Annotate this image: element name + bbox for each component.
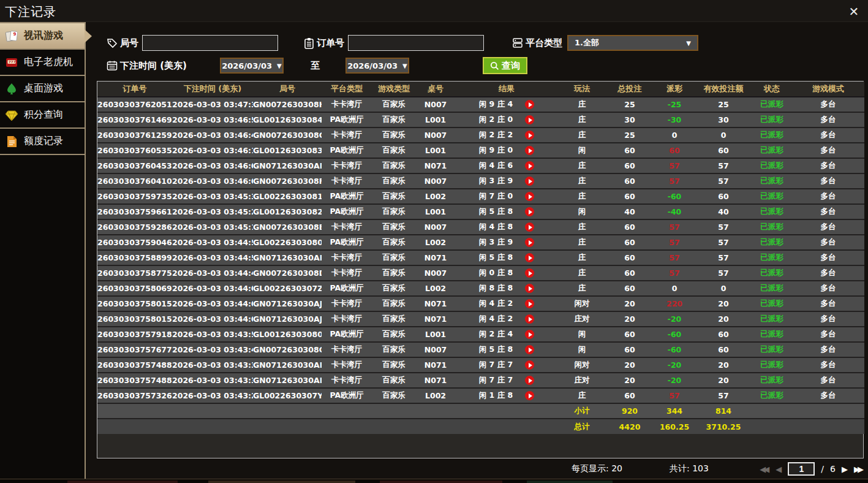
sidebar-item-3[interactable]: 桌面游戏 bbox=[0, 76, 85, 102]
cell-game-no: GN0072630308F bbox=[253, 173, 322, 189]
cell-total-bet: 60 bbox=[606, 219, 654, 235]
chevron-down-icon: ▼ bbox=[686, 40, 691, 47]
cell-valid-bet: 30 bbox=[695, 112, 752, 127]
cell-platform-type: PA欧洲厅 bbox=[322, 204, 372, 219]
cell-play-type: 庄 bbox=[558, 112, 606, 127]
table-body: 2603030376205192026-03-03 03:47:31GN0072… bbox=[97, 97, 864, 403]
cell-game-type: 百家乐 bbox=[372, 311, 416, 327]
replay-video-icon[interactable] bbox=[525, 146, 534, 155]
replay-video-icon[interactable] bbox=[525, 161, 534, 170]
result-text: 闲 4 庄 2 bbox=[479, 314, 513, 324]
sidebar-item-label: 视讯游戏 bbox=[24, 29, 63, 42]
close-icon[interactable]: ✕ bbox=[846, 4, 862, 20]
sidebar-item-label: 电子老虎机 bbox=[24, 56, 73, 69]
table-row: 2603030376146982026-03-03 03:46:59GL0012… bbox=[97, 112, 864, 127]
cell-total-bet: 40 bbox=[606, 204, 654, 219]
cell-total-bet: 30 bbox=[606, 112, 654, 127]
cell-play-type: 闲对 bbox=[558, 357, 606, 373]
cell-table-no: L002 bbox=[416, 189, 455, 204]
cell-game-mode: 多台 bbox=[792, 143, 864, 158]
date-from-select[interactable]: 2026/03/03 ▼ bbox=[220, 58, 284, 74]
page-number-input[interactable] bbox=[788, 462, 815, 476]
cell-table-no: L001 bbox=[416, 143, 455, 158]
result-text: 闲 7 庄 7 bbox=[479, 375, 513, 386]
sidebar-item-4[interactable]: 积分查询 bbox=[0, 102, 85, 129]
replay-video-icon[interactable] bbox=[525, 330, 534, 339]
search-button[interactable]: 查询 bbox=[483, 57, 527, 74]
game-no-input[interactable] bbox=[142, 35, 278, 51]
sidebar-item-label: 积分查询 bbox=[24, 108, 63, 121]
replay-video-icon[interactable] bbox=[525, 314, 534, 324]
replay-video-icon[interactable] bbox=[525, 391, 534, 400]
sidebar-item-2[interactable]: 777电子老虎机 bbox=[0, 50, 85, 76]
cell-play-type: 庄 bbox=[558, 173, 606, 189]
next-page-icon[interactable]: ▶ bbox=[842, 465, 848, 474]
cell-bet-time: 2026-03-03 03:43:59 bbox=[172, 327, 253, 342]
column-header: 下注时间 (美东) bbox=[172, 82, 253, 97]
background-app-strip bbox=[0, 479, 868, 483]
page-size-text: 每页显示: 20 bbox=[572, 463, 622, 474]
cell-result: 闲 7 庄 7 bbox=[455, 357, 558, 373]
replay-video-icon[interactable] bbox=[525, 131, 534, 140]
grand-total-payout: 160.25 bbox=[654, 419, 695, 434]
cell-payout: -40 bbox=[654, 204, 695, 219]
cell-bet-time: 2026-03-03 03:45:27 bbox=[172, 204, 253, 219]
cell-table-no: N007 bbox=[416, 97, 455, 112]
sidebar-item-5[interactable]: 额度记录 bbox=[0, 129, 85, 155]
cell-game-mode: 多台 bbox=[792, 204, 864, 219]
sidebar-item-1[interactable]: 9视讯游戏 bbox=[0, 23, 85, 50]
cell-platform-type: 卡卡湾厅 bbox=[322, 97, 372, 112]
result-text: 闲 5 庄 8 bbox=[479, 207, 513, 217]
replay-video-icon[interactable] bbox=[525, 299, 534, 308]
order-no-input[interactable] bbox=[348, 35, 484, 51]
cell-platform-type: 卡卡湾厅 bbox=[322, 250, 372, 265]
first-page-icon[interactable]: ◀◀ bbox=[760, 465, 769, 474]
cell-result: 闲 2 庄 2 bbox=[455, 127, 558, 143]
cell-game-no: GL00126303082 bbox=[253, 204, 322, 219]
cell-result: 闲 2 庄 0 bbox=[455, 112, 558, 127]
cell-game-no: GN071263030AM bbox=[253, 158, 322, 173]
cell-play-type: 闲 bbox=[558, 143, 606, 158]
table-row: 2603030375801572026-03-03 03:44:05GN0712… bbox=[97, 311, 864, 327]
table-footer: 每页显示: 20 共计: 103 ◀◀ ◀ / 6 ▶ ▶▶ bbox=[97, 461, 864, 477]
replay-video-icon[interactable] bbox=[525, 222, 534, 232]
cell-valid-bet: 57 bbox=[695, 173, 752, 189]
last-page-icon[interactable]: ▶▶ bbox=[854, 465, 864, 474]
cell-game-no: GL0022630307Z bbox=[253, 281, 322, 296]
cell-bet-time: 2026-03-03 03:44:46 bbox=[172, 265, 253, 281]
cell-game-type: 百家乐 bbox=[372, 219, 416, 235]
svg-text:777: 777 bbox=[9, 60, 16, 64]
cell-game-type: 百家乐 bbox=[372, 235, 416, 250]
cell-game-type: 百家乐 bbox=[372, 173, 416, 189]
cell-bet-time: 2026-03-03 03:43:38 bbox=[172, 357, 253, 373]
cell-status: 已派彩 bbox=[752, 327, 792, 342]
replay-video-icon[interactable] bbox=[525, 360, 534, 370]
cell-bet-time: 2026-03-03 03:44:51 bbox=[172, 250, 253, 265]
replay-video-icon[interactable] bbox=[525, 376, 534, 385]
replay-video-icon[interactable] bbox=[525, 284, 534, 293]
replay-video-icon[interactable] bbox=[525, 115, 534, 124]
cell-result: 闲 7 庄 7 bbox=[455, 373, 558, 388]
replay-video-icon[interactable] bbox=[525, 177, 534, 186]
cell-order-no: 260303037588992 bbox=[97, 250, 172, 265]
result-text: 闲 9 庄 4 bbox=[479, 99, 513, 110]
replay-video-icon[interactable] bbox=[525, 100, 534, 109]
cell-game-mode: 多台 bbox=[792, 173, 864, 189]
replay-video-icon[interactable] bbox=[525, 268, 534, 278]
cell-play-type: 庄 bbox=[558, 281, 606, 296]
replay-video-icon[interactable] bbox=[525, 238, 534, 247]
platform-type-select[interactable]: 1.全部 ▼ bbox=[567, 35, 698, 51]
replay-video-icon[interactable] bbox=[525, 207, 534, 216]
table-row: 2603030375806922026-03-03 03:44:07GL0022… bbox=[97, 281, 864, 296]
column-header: 玩法 bbox=[558, 82, 606, 97]
date-to-select[interactable]: 2026/03/03 ▼ bbox=[345, 58, 409, 74]
cell-bet-time: 2026-03-03 03:44:05 bbox=[172, 311, 253, 327]
replay-video-icon[interactable] bbox=[525, 345, 534, 354]
cell-status: 已派彩 bbox=[752, 219, 792, 235]
prev-page-icon[interactable]: ◀ bbox=[776, 465, 782, 474]
replay-video-icon[interactable] bbox=[525, 192, 534, 201]
grand-total-valid-bet: 3710.25 bbox=[695, 419, 752, 434]
replay-video-icon[interactable] bbox=[525, 253, 534, 262]
cell-status: 已派彩 bbox=[752, 373, 792, 388]
cell-table-no: N071 bbox=[416, 158, 455, 173]
